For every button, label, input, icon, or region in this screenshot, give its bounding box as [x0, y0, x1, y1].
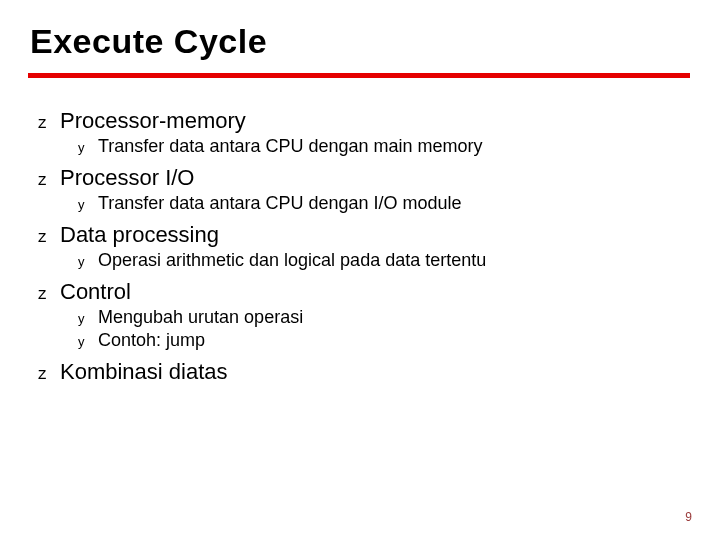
list-item: z Kombinasi diatas	[38, 359, 690, 385]
bullet-icon: z	[38, 113, 60, 133]
list-item-label: Operasi arithmetic dan logical pada data…	[98, 250, 486, 271]
list-item-label: Data processing	[60, 222, 219, 248]
list-item: y Mengubah urutan operasi	[78, 307, 690, 328]
sub-bullet-icon: y	[78, 197, 98, 212]
bullet-icon: z	[38, 364, 60, 384]
slide-body: z Processor-memory y Transfer data antar…	[0, 78, 720, 385]
list-item: z Control	[38, 279, 690, 305]
list-item: y Transfer data antara CPU dengan main m…	[78, 136, 690, 157]
sub-bullet-icon: y	[78, 334, 98, 349]
list-item: z Processor I/O	[38, 165, 690, 191]
sub-bullet-icon: y	[78, 140, 98, 155]
page-number: 9	[685, 510, 692, 524]
sub-bullet-icon: y	[78, 311, 98, 326]
list-item: y Contoh: jump	[78, 330, 690, 351]
list-item: y Transfer data antara CPU dengan I/O mo…	[78, 193, 690, 214]
list-item-label: Control	[60, 279, 131, 305]
list-item-label: Contoh: jump	[98, 330, 205, 351]
list-item-label: Processor I/O	[60, 165, 194, 191]
list-item-label: Processor-memory	[60, 108, 246, 134]
bullet-icon: z	[38, 227, 60, 247]
list-item-label: Transfer data antara CPU dengan I/O modu…	[98, 193, 462, 214]
list-item-label: Transfer data antara CPU dengan main mem…	[98, 136, 483, 157]
slide: Execute Cycle z Processor-memory y Trans…	[0, 0, 720, 540]
slide-title: Execute Cycle	[0, 0, 720, 67]
list-item-label: Mengubah urutan operasi	[98, 307, 303, 328]
list-item-label: Kombinasi diatas	[60, 359, 228, 385]
bullet-icon: z	[38, 170, 60, 190]
bullet-icon: z	[38, 284, 60, 304]
list-item: y Operasi arithmetic dan logical pada da…	[78, 250, 690, 271]
list-item: z Data processing	[38, 222, 690, 248]
sub-bullet-icon: y	[78, 254, 98, 269]
list-item: z Processor-memory	[38, 108, 690, 134]
